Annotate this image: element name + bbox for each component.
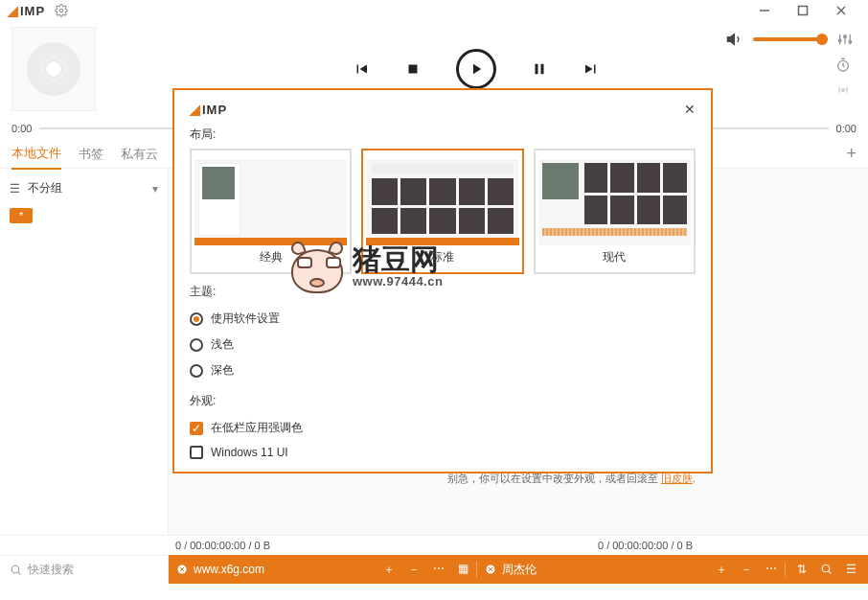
more-icon[interactable]: ⋯	[433, 562, 445, 578]
list-item[interactable]	[10, 304, 158, 325]
layout-options: 经典 标准 现代	[190, 149, 696, 274]
svg-point-11	[838, 39, 841, 42]
search-placeholder: 快速搜索	[28, 562, 74, 578]
theme-option-dark[interactable]: 深色	[190, 362, 696, 379]
list-icon: ☰	[10, 182, 20, 196]
layout-option-classic[interactable]: 经典	[190, 149, 352, 274]
svg-rect-2	[799, 7, 808, 15]
search-icon	[10, 564, 22, 576]
playlist-2-label: 周杰伦	[502, 562, 537, 578]
time-elapsed: 0:00	[11, 123, 32, 134]
remove-icon[interactable]: －	[741, 562, 752, 578]
svg-rect-7	[541, 64, 544, 75]
appearance-section-label: 外观:	[190, 393, 696, 409]
svg-point-15	[842, 89, 845, 92]
grouping-selector[interactable]: ☰ 不分组 ▾	[10, 176, 158, 200]
layout-option-standard[interactable]: 标准	[361, 149, 523, 274]
theme-section-label: 主题:	[190, 284, 696, 300]
window-maximize-button[interactable]	[784, 1, 822, 20]
add-icon[interactable]: ＋	[716, 562, 727, 578]
window-minimize-button[interactable]	[745, 1, 784, 20]
svg-rect-5	[409, 65, 418, 74]
sort-icon[interactable]: ⇅	[797, 563, 807, 576]
menu-icon[interactable]: ☰	[846, 563, 857, 576]
stop-button[interactable]	[404, 60, 422, 78]
bottom-bar: 快速搜索 www.x6g.com ＋ － ⋯ ▦ 周杰伦 ＋ － ⋯ ⇅ ☰	[0, 555, 868, 584]
window-close-button[interactable]	[822, 1, 860, 20]
volume-slider[interactable]	[753, 37, 828, 41]
appearance-dialog: ◢IMP ✕ 布局: 经典 标准 现代 主题: 使用软件设置 浅色 深色 外观:…	[172, 88, 713, 473]
svg-point-16	[11, 565, 19, 573]
add-icon[interactable]: ＋	[383, 562, 395, 578]
search-icon[interactable]	[820, 563, 833, 576]
settings-gear-icon[interactable]	[55, 4, 68, 17]
playlist-tab-2[interactable]: 周杰伦 ＋ － ⋯	[476, 562, 785, 578]
svg-line-25	[829, 571, 831, 573]
layout-section-label: 布局:	[190, 127, 696, 143]
chevron-down-icon: ▾	[152, 182, 158, 196]
list-item[interactable]	[10, 282, 158, 303]
tab-bookmarks[interactable]: 书签	[79, 140, 103, 169]
disc-icon	[27, 42, 80, 96]
volume-icon[interactable]	[726, 31, 743, 48]
list-item[interactable]	[10, 348, 158, 369]
more-icon[interactable]: ⋯	[765, 562, 777, 578]
next-button[interactable]	[582, 60, 600, 78]
svg-point-0	[59, 9, 63, 12]
old-skin-link[interactable]: 旧皮肤	[661, 473, 693, 484]
dialog-footer: 别急，你可以在设置中改变外观，或者回滚至 旧皮肤.	[190, 464, 696, 486]
svg-rect-6	[536, 64, 538, 75]
play-button[interactable]	[456, 49, 496, 89]
stats-left: 0 / 00:00:00:00 / 0 B	[11, 540, 434, 551]
grouping-label: 不分组	[28, 180, 62, 196]
stats-right: 0 / 00:00:00:00 / 0 B	[434, 540, 857, 551]
remove-icon[interactable]: －	[408, 562, 420, 578]
tab-private-cloud[interactable]: 私有云	[121, 140, 158, 169]
theme-option-light[interactable]: 浅色	[190, 336, 696, 353]
album-art[interactable]	[11, 27, 96, 111]
close-icon[interactable]	[485, 564, 496, 575]
playlist-1-label: www.x6g.com	[194, 563, 264, 576]
list-item[interactable]	[10, 326, 158, 347]
tab-local-files[interactable]: 本地文件	[11, 139, 61, 170]
close-icon[interactable]	[176, 564, 188, 575]
dialog-close-button[interactable]: ✕	[684, 102, 696, 117]
quick-search[interactable]: 快速搜索	[0, 555, 169, 584]
favorites-filter[interactable]: *	[10, 208, 33, 223]
pause-button[interactable]	[531, 60, 548, 78]
svg-point-24	[822, 565, 830, 572]
svg-point-12	[844, 35, 847, 38]
equalizer-icon[interactable]	[837, 32, 853, 47]
grid-icon[interactable]: ▦	[458, 562, 468, 578]
app-name: IMP	[20, 4, 45, 18]
theme-option-system[interactable]: 使用软件设置	[190, 311, 696, 327]
logo-a-icon: ◢	[8, 3, 18, 18]
dialog-logo: ◢IMP	[190, 102, 227, 117]
add-tab-button[interactable]: +	[846, 144, 857, 164]
svg-line-17	[18, 572, 20, 574]
sidebar: ☰ 不分组 ▾ *	[0, 169, 169, 535]
broadcast-icon[interactable]	[835, 82, 851, 98]
stats-row: 0 / 00:00:00:00 / 0 B 0 / 00:00:00:00 / …	[0, 535, 868, 555]
layout-option-modern[interactable]: 现代	[534, 149, 696, 274]
svg-point-13	[849, 40, 852, 43]
playlist-tab-1[interactable]: www.x6g.com ＋ － ⋯ ▦	[169, 562, 476, 578]
title-bar: ◢ IMP	[0, 0, 868, 21]
check-win11-ui[interactable]: Windows 11 UI	[190, 446, 696, 459]
app-logo: ◢ IMP	[8, 3, 45, 18]
check-accent-lowbar[interactable]: ✓在低栏应用强调色	[190, 420, 696, 436]
time-total: 0:00	[836, 123, 857, 134]
timer-icon[interactable]	[835, 58, 851, 73]
previous-button[interactable]	[353, 60, 370, 78]
